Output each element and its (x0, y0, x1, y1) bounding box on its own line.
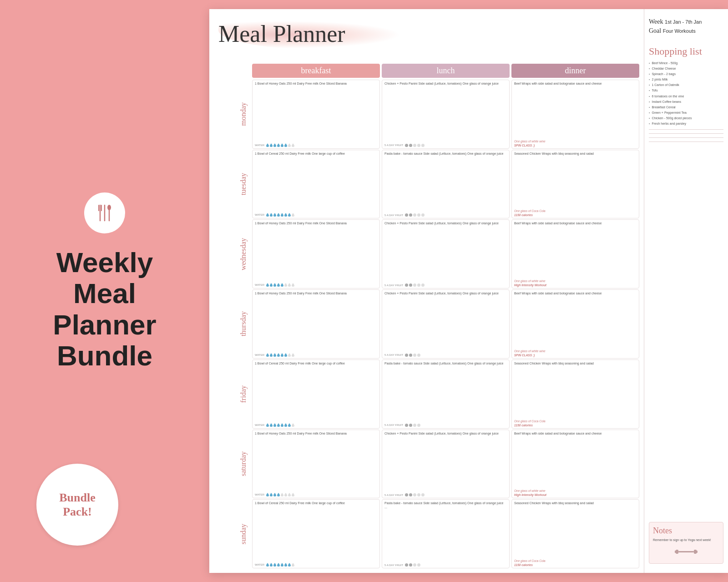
fruit-circle-filled (405, 283, 408, 287)
day-name-friday: friday (239, 385, 248, 403)
water-drop-filled (273, 143, 276, 147)
fruit-circle-filled (405, 144, 408, 147)
dumbbell-icon (653, 546, 719, 560)
fruit-circle-empty (421, 283, 425, 287)
day-row-thursday: thursday1 Bowl of Honey Oats 250 ml Dair… (218, 289, 639, 359)
fruit-circle-filled (409, 213, 412, 217)
shopping-list-item: Spinach - 2 bags (649, 72, 723, 76)
breakfast-text-sunday: 1 Bowl of Cereal 250 ml Dairy Free milk … (255, 501, 377, 562)
fruit-circle-filled (405, 563, 408, 567)
water-drop-filled (273, 563, 276, 567)
lunch-text-friday: Pasta bake - tomato sauce Side salad (Le… (384, 361, 507, 423)
fruit-circle-empty (413, 493, 416, 496)
dinner-text-saturday: Beef Wraps with side salad and bolognais… (514, 431, 637, 489)
fruit-circle-empty (417, 283, 420, 287)
water-drop-empty (292, 143, 294, 147)
fruit-circle-filled (409, 493, 412, 496)
fruit-circle-empty (413, 354, 416, 357)
dinner-note-wednesday: One glass of white wine (514, 279, 637, 283)
fruit-circle-filled (405, 213, 408, 217)
day-label-saturday: saturday (218, 430, 250, 499)
title-area: Meal Planner (218, 18, 639, 59)
water-drop-empty (288, 493, 291, 496)
fruit-circle-empty (413, 424, 416, 427)
day-row-tuesday: tuesday1 Bowl of Cereal 250 ml Dairy Fre… (218, 150, 639, 219)
fruit-row-wednesday: 5 A DAY FRUIT (384, 283, 507, 287)
water-drop-filled (284, 143, 287, 147)
lunch-cell-wednesday: Chicken + Pesto Panini Side salad (Lettu… (382, 219, 510, 288)
shopping-list-item: 1 Carton of Oatmilk (649, 83, 723, 87)
lunch-text-wednesday: Chicken + Pesto Panini Side salad (Lettu… (384, 221, 507, 283)
dinner-extra-monday: SPIN CLASS :) (514, 144, 637, 147)
shopping-list-item: 6 tomatoes on the vine (649, 94, 723, 98)
lunch-text-sunday: Pasta bake - tomato sauce Side salad (Le… (384, 501, 507, 562)
water-drop-filled (277, 143, 280, 147)
goal-value: Four Workouts (663, 28, 696, 34)
lunch-cell-friday: Pasta bake - tomato sauce Side salad (Le… (382, 359, 510, 429)
water-drop-filled (281, 353, 283, 357)
dinner-cell-thursday: Beef Wraps with side salad and bolognais… (511, 289, 639, 359)
dinner-note-tuesday: One glass of Coca Cola (514, 209, 637, 213)
bundle-badge: BundlePack! (36, 464, 118, 546)
water-drop-filled (284, 353, 287, 357)
water-drop-filled (270, 213, 273, 217)
shopping-list-item: Green + Peppermint Tea (649, 111, 723, 115)
dinner-text-monday: Beef Wraps with side salad and bolognais… (514, 81, 637, 139)
day-row-friday: friday1 Bowl of Cereal 250 ml Dairy Free… (218, 359, 639, 429)
dinner-extra-tuesday: 1150 calories (514, 213, 637, 217)
water-drop-filled (284, 213, 287, 217)
water-drop-empty (292, 423, 294, 427)
water-drop-filled (270, 563, 273, 567)
fruit-circle-empty (417, 354, 420, 357)
utensil-icon (93, 202, 116, 224)
fruit-row-monday: 5 A DAY FRUIT (384, 144, 507, 147)
water-row-monday: WATER (255, 143, 377, 147)
notes-text: Remember to sign up to Yoga next week! (653, 538, 719, 542)
day-name-sunday: sunday (239, 524, 248, 544)
lunch-header: lunch (382, 64, 510, 78)
shopping-list-item: 2 pints Milk (649, 77, 723, 81)
water-row-sunday: WATER (255, 563, 377, 567)
day-row-saturday: saturday1 Bowl of Honey Oats 250 ml Dair… (218, 430, 639, 499)
breakfast-cell-thursday: 1 Bowl of Honey Oats 250 ml Dairy Free m… (252, 289, 380, 359)
dinner-extra-sunday: 1150 calories (514, 563, 637, 567)
day-name-thursday: thursday (239, 311, 248, 336)
water-drop-filled (266, 563, 269, 567)
svg-rect-9 (678, 551, 694, 552)
water-drop-empty (292, 353, 294, 357)
water-drop-filled (281, 563, 283, 567)
fruit-circle-filled (405, 424, 408, 427)
water-drop-filled (266, 213, 269, 217)
water-drop-empty (284, 493, 287, 496)
dinner-header: dinner (511, 64, 639, 78)
water-row-friday: WATER (255, 423, 377, 427)
dinner-text-sunday: Seasoned Chicken Wraps with bbq seasonin… (514, 501, 637, 558)
dinner-note-saturday: One glass of white wine (514, 489, 637, 492)
shopping-list-item: Fresh herbs and parsley (649, 121, 723, 126)
water-drop-filled (284, 563, 287, 567)
fruit-row-tuesday: 5 A DAY FRUIT (384, 213, 507, 217)
fruit-row-friday: 5 A DAY FRUIT (384, 424, 507, 427)
water-row-tuesday: WATER (255, 213, 377, 217)
water-drop-filled (281, 423, 283, 427)
dinner-extra-friday: 1150 calories (514, 424, 637, 427)
day-row-monday: monday1 Bowl of Honey Oats 250 ml Dairy … (218, 80, 639, 149)
water-drop-filled (270, 353, 273, 357)
week-label: Week (649, 18, 665, 25)
water-drop-filled (266, 143, 269, 147)
goal-line: Goal Four Workouts (649, 27, 723, 35)
notes-title: Notes (653, 526, 719, 536)
water-drop-empty (284, 283, 287, 287)
lunch-cell-monday: Chicken + Pesto Panini Side salad (Lettu… (382, 80, 510, 149)
water-row-wednesday: WATER (255, 283, 377, 287)
fruit-circle-empty (417, 493, 420, 496)
goal-label: Goal (649, 27, 663, 34)
water-drop-filled (277, 353, 280, 357)
lunch-text-saturday: Chicken + Pesto Panini Side salad (Lettu… (384, 431, 507, 493)
left-panel: Weekly Meal Planner Bundle BundlePack! (0, 0, 209, 582)
day-row-wednesday: wednesday1 Bowl of Honey Oats 250 ml Dai… (218, 219, 639, 288)
lunch-cell-sunday: Pasta bake - tomato sauce Side salad (Le… (382, 499, 510, 568)
water-drop-filled (277, 493, 280, 496)
fruit-circle-filled (405, 354, 408, 357)
day-label-friday: friday (218, 359, 250, 429)
